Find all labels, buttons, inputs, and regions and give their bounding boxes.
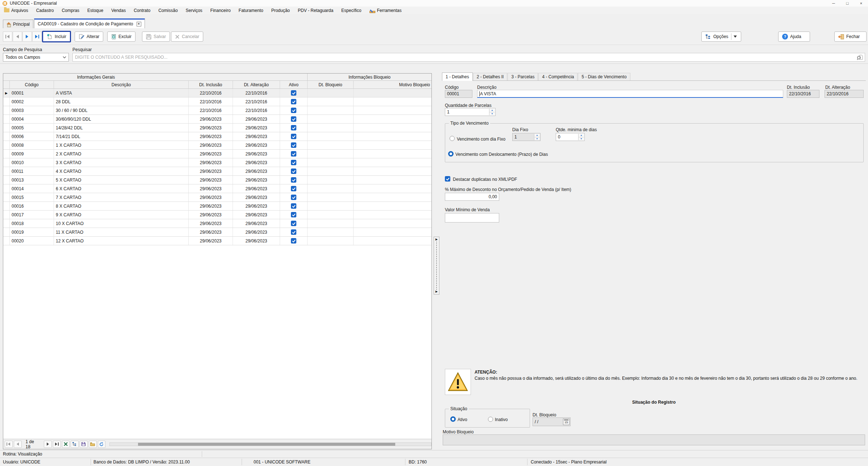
ativo-checkbox[interactable] xyxy=(291,195,296,200)
grid-horizontal-scrollbar[interactable] xyxy=(109,442,431,446)
spin-up-icon[interactable]: ▲ xyxy=(534,134,540,137)
close-button[interactable]: × xyxy=(854,0,868,7)
ativo-checkbox[interactable] xyxy=(291,116,296,122)
vencimento-deslocamento-radio[interactable] xyxy=(448,151,454,157)
menu-item-especifico[interactable]: Específico xyxy=(337,7,365,14)
column-header-ativo[interactable]: Ativo xyxy=(280,81,308,88)
tab-close-icon[interactable]: ✕ xyxy=(137,22,141,26)
spin-up-icon[interactable]: ▲ xyxy=(489,109,495,112)
ativo-checkbox[interactable] xyxy=(291,177,296,183)
panel-splitter[interactable]: ▶ ▶ xyxy=(434,237,439,295)
salvar-button[interactable]: Salvar xyxy=(142,32,170,42)
ativo-checkbox[interactable] xyxy=(291,186,296,191)
max-desconto-field[interactable]: 0,00 xyxy=(445,193,499,201)
table-row[interactable]: ▶ 00020 12 X CARTAO 29/06/2023 29/06/202… xyxy=(3,237,431,245)
pager-last-button[interactable] xyxy=(53,441,61,448)
nav-prior-button[interactable] xyxy=(13,32,22,42)
dia-fixo-stepper[interactable]: 1 ▲▼ xyxy=(512,133,541,141)
tab-principal[interactable]: Principal xyxy=(3,20,33,28)
spin-down-icon[interactable]: ▼ xyxy=(534,137,540,141)
ativo-checkbox[interactable] xyxy=(291,221,296,226)
column-header-motivo-bloqueio[interactable]: Motivo Bloqueio xyxy=(354,81,431,88)
pager-first-button[interactable] xyxy=(5,441,13,448)
nav-next-button[interactable] xyxy=(22,32,32,42)
fechar-button[interactable]: Fechar xyxy=(834,32,867,42)
search-field-select[interactable]: Todos os Campos xyxy=(3,53,69,62)
spinner-buttons[interactable]: ▲▼ xyxy=(534,134,540,140)
column-header-dt-alteracao[interactable]: Dt. Alteração xyxy=(233,81,280,88)
table-row[interactable]: ▶ 00008 1 X CARTAO 29/06/2023 29/06/2023 xyxy=(3,141,431,150)
load-layout-button[interactable] xyxy=(89,441,97,448)
column-header-dt-bloqueio[interactable]: Dt. Bloqueio xyxy=(308,81,354,88)
search-input[interactable] xyxy=(72,53,865,62)
vencimento-dia-fixo-radio[interactable] xyxy=(450,136,455,141)
menu-item-contrato[interactable]: Contrato xyxy=(130,7,154,14)
scrollbar-thumb[interactable] xyxy=(138,443,395,446)
spin-down-icon[interactable]: ▼ xyxy=(489,112,495,116)
ativo-checkbox[interactable] xyxy=(291,168,296,174)
ativo-checkbox[interactable] xyxy=(291,151,296,157)
descricao-field[interactable]: A VISTA xyxy=(477,90,783,98)
ativo-checkbox[interactable] xyxy=(291,99,296,104)
ativo-checkbox[interactable] xyxy=(291,108,296,113)
codigo-field[interactable]: 00001 xyxy=(445,90,472,98)
save-layout-button[interactable] xyxy=(80,441,88,448)
dt-inclusao-field[interactable]: 22/10/2016 xyxy=(787,90,819,98)
cancelar-button[interactable]: Cancelar xyxy=(171,32,203,42)
detail-tab[interactable]: 2 - Detalhes II xyxy=(473,73,508,80)
menu-item-ferramentas[interactable]: Ferramentas xyxy=(365,7,405,14)
grid-layout-button[interactable] xyxy=(71,441,79,448)
calendar-icon[interactable]: 15 xyxy=(563,419,569,425)
detail-tab[interactable]: 4 - Competência xyxy=(538,73,577,80)
export-excel-button[interactable] xyxy=(62,441,70,448)
spin-down-icon[interactable]: ▼ xyxy=(579,137,584,141)
dt-bloqueio-field[interactable]: / / 15 xyxy=(533,417,571,426)
menu-item-pdv-retaguarda[interactable]: PDV - Retaguarda xyxy=(294,7,337,14)
dt-alteracao-field[interactable]: 22/10/2016 xyxy=(825,90,864,98)
ativo-checkbox[interactable] xyxy=(291,238,296,244)
menu-item-faturamento[interactable]: Faturamento xyxy=(235,7,267,14)
table-row[interactable]: ▶ 00013 5 X CARTAO 29/06/2023 29/06/2023 xyxy=(3,176,431,184)
column-header-codigo[interactable]: Código xyxy=(10,81,54,88)
detail-tab[interactable]: 3 - Parcelas xyxy=(508,73,538,80)
qtd-parcelas-stepper[interactable]: 1 ▲▼ xyxy=(445,108,496,116)
column-header-dt-inclusao[interactable]: Dt. Inclusão xyxy=(189,81,233,88)
table-row[interactable]: ▶ 00019 11 X CARTAO 29/06/2023 29/06/202… xyxy=(3,228,431,237)
destacar-duplicatas-checkbox[interactable] xyxy=(445,176,450,182)
ativo-checkbox[interactable] xyxy=(291,90,296,96)
menu-item-servicos[interactable]: Serviços xyxy=(182,7,206,14)
menu-item-arquivos[interactable]: Arquivos xyxy=(0,7,32,14)
situacao-inativo-radio[interactable] xyxy=(488,417,493,422)
table-row[interactable]: ▶ 00006 7/14/21 DDL 29/06/2023 29/06/202… xyxy=(3,132,431,141)
table-row[interactable]: ▶ 00016 8 X CARTAO 29/06/2023 29/06/2023 xyxy=(3,202,431,211)
refresh-button[interactable] xyxy=(98,441,106,448)
spinner-buttons[interactable]: ▲▼ xyxy=(578,134,584,140)
nav-last-button[interactable] xyxy=(32,32,42,42)
ativo-checkbox[interactable] xyxy=(291,229,296,235)
menu-item-compras[interactable]: Compras xyxy=(58,7,83,14)
valor-minimo-field[interactable] xyxy=(445,213,499,222)
table-row[interactable]: ▶ 00015 7 X CARTAO 29/06/2023 29/06/2023 xyxy=(3,193,431,202)
table-row[interactable]: ▶ 00004 30/60/90/120 DDL 29/06/2023 29/0… xyxy=(3,115,431,124)
spin-up-icon[interactable]: ▲ xyxy=(579,134,584,137)
maximize-button[interactable]: □ xyxy=(840,0,854,7)
search-doc-icon[interactable] xyxy=(857,54,863,60)
table-row[interactable]: ▶ 00017 9 X CARTAO 29/06/2023 29/06/2023 xyxy=(3,211,431,219)
detail-tab[interactable]: 5 - Dias de Vencimento xyxy=(578,73,630,80)
table-row[interactable]: ▶ 00005 14/28/42 DDL 29/06/2023 29/06/20… xyxy=(3,124,431,132)
ativo-checkbox[interactable] xyxy=(291,212,296,217)
ativo-checkbox[interactable] xyxy=(291,203,296,209)
menu-item-vendas[interactable]: Vendas xyxy=(107,7,130,14)
pager-next-button[interactable] xyxy=(44,441,52,448)
ativo-checkbox[interactable] xyxy=(291,134,296,139)
minimize-button[interactable]: ─ xyxy=(827,0,840,7)
menu-item-financeiro[interactable]: Financeiro xyxy=(206,7,235,14)
tab-cad0019[interactable]: CAD0019 - Cadastro de Condição de Pagame… xyxy=(34,18,145,28)
table-row[interactable]: ▶ 00001 A VISTA 22/10/2016 22/10/2016 xyxy=(3,89,431,97)
excluir-button[interactable]: Excluir xyxy=(107,32,135,42)
table-row[interactable]: ▶ 00014 6 X CARTAO 29/06/2023 29/06/2023 xyxy=(3,184,431,193)
pager-prior-button[interactable] xyxy=(14,441,22,448)
ajuda-button[interactable]: ? Ajuda xyxy=(778,32,810,42)
table-row[interactable]: ▶ 00003 30 / 60 / 90 DDL 22/10/2016 22/1… xyxy=(3,106,431,115)
ativo-checkbox[interactable] xyxy=(291,160,296,165)
